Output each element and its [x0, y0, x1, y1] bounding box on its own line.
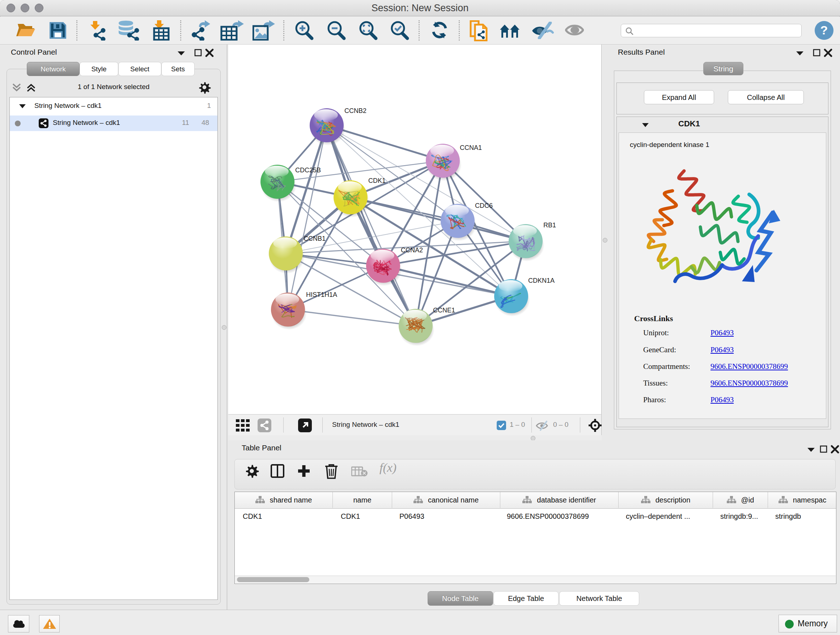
- svg-text:CCNA2: CCNA2: [401, 247, 423, 254]
- svg-text:CCNA1: CCNA1: [460, 144, 482, 151]
- svg-text:CDK1: CDK1: [368, 177, 386, 184]
- svg-text:CCNB2: CCNB2: [344, 107, 366, 114]
- svg-text:RB1: RB1: [543, 222, 556, 229]
- svg-text:CDC25B: CDC25B: [295, 166, 321, 174]
- svg-text:CCNE1: CCNE1: [433, 307, 455, 314]
- svg-text:CDC6: CDC6: [475, 202, 493, 209]
- svg-text:HIST1H1A: HIST1H1A: [306, 291, 337, 298]
- svg-text:CDKN1A: CDKN1A: [528, 277, 554, 284]
- svg-text:CCNB1: CCNB1: [303, 235, 325, 242]
